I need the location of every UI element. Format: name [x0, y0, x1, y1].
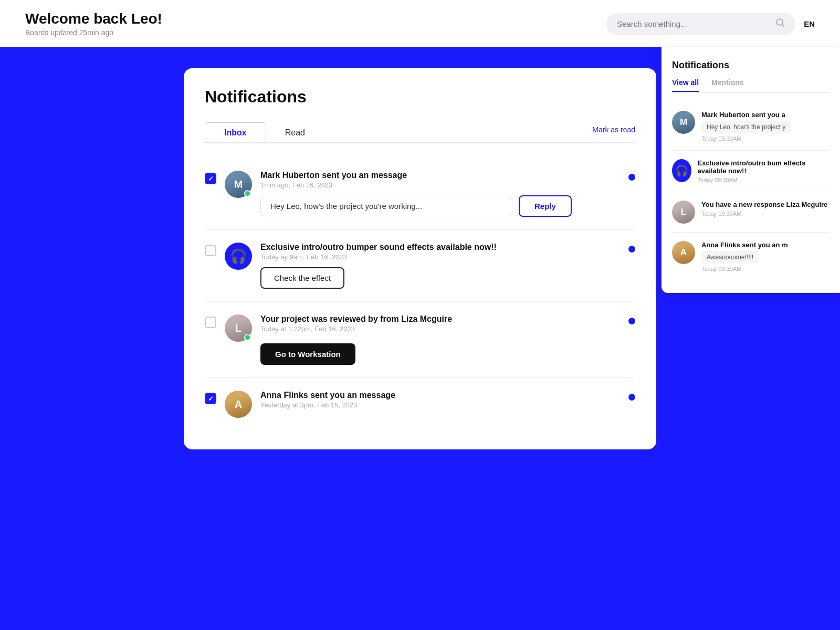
headphone-icon: 🎧: [230, 248, 247, 265]
panel-notif-time-1: Today 09:30AM: [701, 135, 791, 142]
avatar-wrap-3: L: [225, 314, 252, 342]
online-indicator-1: [244, 190, 251, 197]
search-icon: [775, 18, 785, 30]
notif-time-2: Today ay 9am, Feb 16, 2023: [260, 253, 620, 261]
search-input[interactable]: [617, 19, 770, 28]
checkbox-wrap-4: [205, 391, 216, 404]
checkbox-4[interactable]: [205, 393, 216, 404]
panel-tab-mentions[interactable]: Mentions: [711, 78, 743, 92]
tabs-row: Inbox Read Mark as read: [205, 121, 635, 143]
tabs: Inbox Read: [205, 121, 324, 142]
checkbox-wrap-3: [205, 314, 216, 328]
notifications-card: Notifications Inbox Read Mark as read M …: [184, 68, 656, 449]
panel-avatar-liza: L: [672, 201, 695, 224]
notif-name-2: Exclusive intro/outro bumper sound effec…: [260, 243, 620, 252]
avatar-wrap-4: A: [225, 391, 252, 418]
notif-message-row-1: Hey Leo, how's the project you're workin…: [260, 195, 620, 217]
notif-content-3: Your project was reviewed by from Liza M…: [260, 314, 620, 365]
panel-notif-name-3: You have a new response Liza Mcguire: [701, 201, 827, 208]
notif-time-3: Today at 1:22pm, Feb 16, 2023: [260, 325, 620, 333]
panel-avatar-headphone: 🎧: [672, 159, 691, 182]
panel-notif-item-2[interactable]: 🎧 Exclusive intro/outro bum effects avai…: [672, 151, 830, 192]
notification-item-2: 🎧 Exclusive intro/outro bumper sound eff…: [205, 230, 635, 302]
panel-avatar-anna: A: [672, 241, 695, 264]
header-title: Welcome back Leo!: [25, 10, 162, 27]
notif-message-box-1: Hey Leo, how's the project you're workin…: [260, 196, 512, 216]
notification-item-3: L Your project was reviewed by from Liza…: [205, 302, 635, 378]
panel-tab-view-all[interactable]: View all: [672, 78, 699, 92]
panel-notif-preview-1: Hey Leo, how's the project y: [701, 121, 791, 133]
panel-notif-name-1: Mark Huberton sent you a: [701, 111, 791, 119]
avatar-anna: A: [225, 391, 252, 418]
notif-action-row-2: Check the effect: [260, 267, 620, 289]
mark-as-read-button[interactable]: Mark as read: [592, 125, 635, 134]
panel-notif-content-4: Anna Flinks sent you an m Awesoooome!!!!…: [701, 241, 788, 272]
notif-action-row-3: Go to Worksation: [260, 339, 620, 365]
unread-dot-2: [628, 246, 635, 253]
avatar-headphone: 🎧: [225, 243, 252, 270]
header-left: Welcome back Leo! Boards updated 25min a…: [25, 10, 162, 37]
checkbox-1[interactable]: [205, 173, 216, 184]
panel-notif-time-3: Today 09:30AM: [701, 211, 827, 217]
header: Welcome back Leo! Boards updated 25min a…: [0, 0, 840, 47]
panel-tabs: View all Mentions: [672, 78, 830, 93]
unread-dot-3: [628, 318, 635, 324]
notifications-panel: Notifications View all Mentions M Mark H…: [662, 47, 840, 293]
panel-notif-item-1[interactable]: M Mark Huberton sent you a Hey Leo, how'…: [672, 102, 830, 151]
tab-inbox[interactable]: Inbox: [205, 122, 266, 143]
notif-name-1: Mark Huberton sent you an message: [260, 171, 620, 180]
language-button[interactable]: EN: [804, 19, 815, 28]
notif-content-2: Exclusive intro/outro bumper sound effec…: [260, 243, 620, 289]
panel-notif-time-4: Today 09:30AM: [701, 266, 788, 272]
panel-avatar-mark: M: [672, 111, 695, 134]
notif-name-4: Anna Flinks sent you an message: [260, 391, 620, 400]
avatar-wrap-1: M: [225, 171, 252, 198]
avatar-wrap-2: 🎧: [225, 243, 252, 270]
svg-line-1: [782, 24, 784, 26]
panel-notif-item-4[interactable]: A Anna Flinks sent you an m Awesoooome!!…: [672, 233, 830, 280]
panel-notif-content-1: Mark Huberton sent you a Hey Leo, how's …: [701, 111, 791, 142]
header-subtitle: Boards updated 25min ago: [25, 28, 162, 37]
panel-notif-item-3[interactable]: L You have a new response Liza Mcguire T…: [672, 192, 830, 233]
panel-notif-name-2: Exclusive intro/outro bum effects availa…: [698, 159, 830, 175]
notif-content-1: Mark Huberton sent you an message 1min a…: [260, 171, 620, 217]
header-right: EN: [606, 13, 815, 35]
checkbox-2[interactable]: [205, 245, 216, 256]
notif-time-1: 1min ago, Feb 16, 2023: [260, 181, 620, 189]
panel-notif-time-2: Today 09:30AM: [698, 177, 830, 183]
panel-title: Notifications: [672, 60, 830, 71]
notification-item-4: A Anna Flinks sent you an message Yester…: [205, 378, 635, 430]
panel-notif-name-4: Anna Flinks sent you an m: [701, 241, 788, 249]
search-bar[interactable]: [606, 13, 795, 35]
panel-notif-preview-4: Awesoooome!!!!!: [701, 251, 759, 264]
reply-button-1[interactable]: Reply: [519, 195, 572, 217]
card-title: Notifications: [205, 87, 635, 107]
unread-dot-4: [628, 394, 635, 401]
notif-content-4: Anna Flinks sent you an message Yesterda…: [260, 391, 620, 415]
panel-notif-content-2: Exclusive intro/outro bum effects availa…: [698, 159, 830, 183]
checkbox-wrap-2: [205, 243, 216, 256]
notif-time-4: Yesterday at 3pm, Feb 15, 2023: [260, 401, 620, 409]
online-indicator-3: [244, 334, 251, 341]
go-worksation-button[interactable]: Go to Worksation: [260, 343, 355, 365]
notif-name-3: Your project was reviewed by from Liza M…: [260, 314, 620, 324]
panel-notif-content-3: You have a new response Liza Mcguire Tod…: [701, 201, 827, 217]
tab-read[interactable]: Read: [266, 122, 324, 143]
checkbox-wrap-1: [205, 171, 216, 184]
check-effect-button[interactable]: Check the effect: [260, 267, 344, 289]
notification-item-1: M Mark Huberton sent you an message 1min…: [205, 158, 635, 230]
blue-background: Notifications Inbox Read Mark as read M …: [0, 47, 840, 598]
checkbox-3[interactable]: [205, 317, 216, 328]
unread-dot-1: [628, 174, 635, 181]
